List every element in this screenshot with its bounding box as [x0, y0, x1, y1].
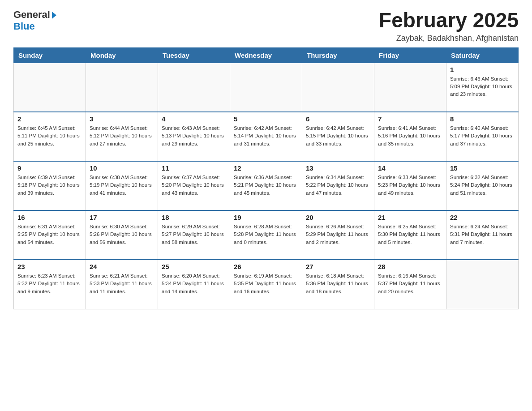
calendar-cell: 17Sunrise: 6:30 AM Sunset: 5:26 PM Dayli…: [86, 210, 158, 260]
day-info: Sunrise: 6:33 AM Sunset: 5:23 PM Dayligh…: [378, 174, 442, 197]
day-number: 7: [378, 115, 442, 123]
day-number: 17: [90, 214, 154, 221]
weekday-header-wednesday: Wednesday: [230, 47, 302, 63]
day-info: Sunrise: 6:40 AM Sunset: 5:17 PM Dayligh…: [450, 124, 515, 148]
calendar-cell: 11Sunrise: 6:37 AM Sunset: 5:20 PM Dayli…: [158, 161, 230, 210]
calendar-cell: 12Sunrise: 6:36 AM Sunset: 5:21 PM Dayli…: [230, 161, 302, 210]
calendar-cell: 26Sunrise: 6:19 AM Sunset: 5:35 PM Dayli…: [230, 260, 302, 309]
calendar-cell: 2Sunrise: 6:45 AM Sunset: 5:11 PM Daylig…: [14, 112, 86, 161]
day-info: Sunrise: 6:38 AM Sunset: 5:19 PM Dayligh…: [90, 174, 154, 197]
calendar-cell: 16Sunrise: 6:31 AM Sunset: 5:25 PM Dayli…: [14, 210, 86, 260]
calendar-cell: [446, 260, 519, 309]
day-info: Sunrise: 6:37 AM Sunset: 5:20 PM Dayligh…: [162, 174, 226, 197]
calendar-cell: 13Sunrise: 6:34 AM Sunset: 5:22 PM Dayli…: [302, 161, 374, 210]
day-number: 10: [90, 164, 154, 172]
day-info: Sunrise: 6:29 AM Sunset: 5:27 PM Dayligh…: [162, 223, 226, 246]
day-info: Sunrise: 6:18 AM Sunset: 5:36 PM Dayligh…: [306, 272, 370, 295]
logo-arrow-icon: [52, 12, 56, 19]
day-number: 18: [162, 214, 226, 221]
page-header: General Blue February 2025 Zaybak, Badak…: [13, 9, 519, 43]
logo-blue-text: Blue: [13, 21, 35, 32]
day-number: 9: [17, 164, 82, 172]
day-info: Sunrise: 6:39 AM Sunset: 5:18 PM Dayligh…: [17, 174, 82, 197]
calendar-cell: 21Sunrise: 6:25 AM Sunset: 5:30 PM Dayli…: [374, 210, 446, 260]
calendar-week-3: 9Sunrise: 6:39 AM Sunset: 5:18 PM Daylig…: [14, 161, 519, 210]
day-number: 13: [306, 164, 370, 172]
calendar-cell: 18Sunrise: 6:29 AM Sunset: 5:27 PM Dayli…: [158, 210, 230, 260]
weekday-header-tuesday: Tuesday: [158, 47, 230, 63]
calendar-week-4: 16Sunrise: 6:31 AM Sunset: 5:25 PM Dayli…: [14, 210, 519, 260]
day-info: Sunrise: 6:25 AM Sunset: 5:30 PM Dayligh…: [378, 223, 442, 246]
calendar-cell: 7Sunrise: 6:41 AM Sunset: 5:16 PM Daylig…: [374, 112, 446, 161]
calendar-week-2: 2Sunrise: 6:45 AM Sunset: 5:11 PM Daylig…: [14, 112, 519, 161]
day-info: Sunrise: 6:32 AM Sunset: 5:24 PM Dayligh…: [450, 174, 515, 197]
day-number: 21: [378, 214, 442, 221]
calendar-cell: [230, 63, 302, 112]
day-number: 16: [17, 214, 82, 221]
day-number: 11: [162, 164, 226, 172]
day-info: Sunrise: 6:36 AM Sunset: 5:21 PM Dayligh…: [234, 174, 298, 197]
calendar-cell: 10Sunrise: 6:38 AM Sunset: 5:19 PM Dayli…: [86, 161, 158, 210]
calendar-cell: 14Sunrise: 6:33 AM Sunset: 5:23 PM Dayli…: [374, 161, 446, 210]
calendar-cell: 23Sunrise: 6:23 AM Sunset: 5:32 PM Dayli…: [14, 260, 86, 309]
day-number: 27: [306, 263, 370, 270]
day-info: Sunrise: 6:20 AM Sunset: 5:34 PM Dayligh…: [162, 272, 226, 295]
calendar-cell: 8Sunrise: 6:40 AM Sunset: 5:17 PM Daylig…: [446, 112, 519, 161]
day-info: Sunrise: 6:30 AM Sunset: 5:26 PM Dayligh…: [90, 223, 154, 246]
weekday-header-friday: Friday: [374, 47, 446, 63]
day-info: Sunrise: 6:23 AM Sunset: 5:32 PM Dayligh…: [17, 272, 82, 295]
day-number: 6: [306, 115, 370, 123]
month-title: February 2025: [379, 9, 519, 32]
calendar-cell: 5Sunrise: 6:42 AM Sunset: 5:14 PM Daylig…: [230, 112, 302, 161]
day-info: Sunrise: 6:44 AM Sunset: 5:12 PM Dayligh…: [90, 124, 154, 148]
logo: General Blue: [13, 9, 56, 32]
day-number: 25: [162, 263, 226, 270]
calendar-week-1: 1Sunrise: 6:46 AM Sunset: 5:09 PM Daylig…: [14, 63, 519, 112]
calendar-cell: 28Sunrise: 6:16 AM Sunset: 5:37 PM Dayli…: [374, 260, 446, 309]
title-block: February 2025 Zaybak, Badakhshan, Afghan…: [379, 9, 519, 43]
weekday-header-sunday: Sunday: [14, 47, 86, 63]
calendar-cell: [158, 63, 230, 112]
calendar-week-5: 23Sunrise: 6:23 AM Sunset: 5:32 PM Dayli…: [14, 260, 519, 309]
calendar-cell: [374, 63, 446, 112]
day-number: 19: [234, 214, 298, 221]
day-number: 24: [90, 263, 154, 270]
day-info: Sunrise: 6:24 AM Sunset: 5:31 PM Dayligh…: [450, 223, 515, 246]
day-info: Sunrise: 6:34 AM Sunset: 5:22 PM Dayligh…: [306, 174, 370, 197]
calendar-cell: 15Sunrise: 6:32 AM Sunset: 5:24 PM Dayli…: [446, 161, 519, 210]
day-number: 5: [234, 115, 298, 123]
calendar-cell: 9Sunrise: 6:39 AM Sunset: 5:18 PM Daylig…: [14, 161, 86, 210]
day-number: 23: [17, 263, 82, 270]
day-info: Sunrise: 6:43 AM Sunset: 5:13 PM Dayligh…: [162, 124, 226, 148]
day-number: 28: [378, 263, 442, 270]
calendar-cell: 22Sunrise: 6:24 AM Sunset: 5:31 PM Dayli…: [446, 210, 519, 260]
day-info: Sunrise: 6:41 AM Sunset: 5:16 PM Dayligh…: [378, 124, 442, 148]
day-info: Sunrise: 6:31 AM Sunset: 5:25 PM Dayligh…: [17, 223, 82, 246]
calendar-cell: 20Sunrise: 6:26 AM Sunset: 5:29 PM Dayli…: [302, 210, 374, 260]
weekday-header-monday: Monday: [86, 47, 158, 63]
calendar-cell: 4Sunrise: 6:43 AM Sunset: 5:13 PM Daylig…: [158, 112, 230, 161]
calendar-cell: [86, 63, 158, 112]
weekday-header-thursday: Thursday: [302, 47, 374, 63]
day-info: Sunrise: 6:28 AM Sunset: 5:28 PM Dayligh…: [234, 223, 298, 246]
calendar-cell: 27Sunrise: 6:18 AM Sunset: 5:36 PM Dayli…: [302, 260, 374, 309]
location-text: Zaybak, Badakhshan, Afghanistan: [379, 34, 519, 43]
weekday-header-saturday: Saturday: [446, 47, 519, 63]
day-number: 12: [234, 164, 298, 172]
day-number: 26: [234, 263, 298, 270]
calendar-cell: 25Sunrise: 6:20 AM Sunset: 5:34 PM Dayli…: [158, 260, 230, 309]
calendar-header-row: SundayMondayTuesdayWednesdayThursdayFrid…: [14, 47, 519, 63]
day-number: 2: [17, 115, 82, 123]
day-info: Sunrise: 6:19 AM Sunset: 5:35 PM Dayligh…: [234, 272, 298, 295]
logo-text: General: [13, 9, 56, 21]
day-info: Sunrise: 6:16 AM Sunset: 5:37 PM Dayligh…: [378, 272, 442, 295]
day-number: 3: [90, 115, 154, 123]
day-number: 22: [450, 214, 515, 221]
calendar-cell: 24Sunrise: 6:21 AM Sunset: 5:33 PM Dayli…: [86, 260, 158, 309]
day-info: Sunrise: 6:42 AM Sunset: 5:14 PM Dayligh…: [234, 124, 298, 148]
day-number: 1: [450, 66, 515, 73]
calendar-table: SundayMondayTuesdayWednesdayThursdayFrid…: [13, 47, 519, 309]
calendar-cell: [302, 63, 374, 112]
day-info: Sunrise: 6:45 AM Sunset: 5:11 PM Dayligh…: [17, 124, 82, 148]
day-number: 20: [306, 214, 370, 221]
